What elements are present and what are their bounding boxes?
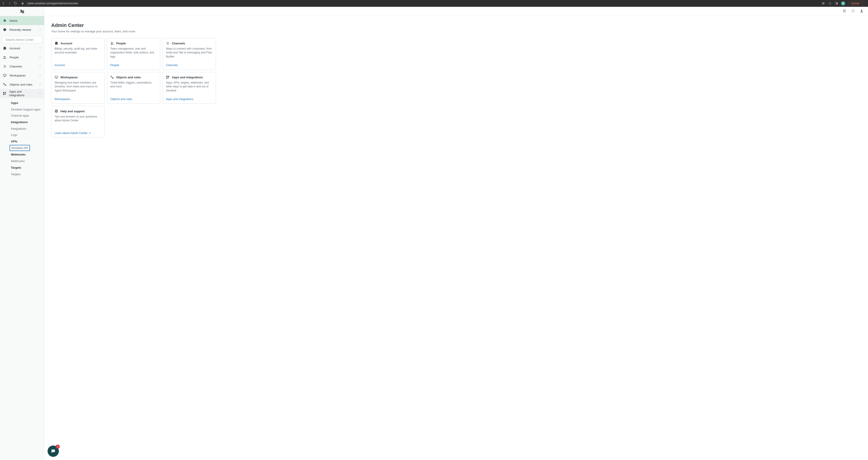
home-icon bbox=[3, 19, 7, 23]
card-objects-link[interactable]: Objects and rules bbox=[110, 98, 157, 101]
svg-point-18 bbox=[111, 42, 112, 43]
svg-rect-24 bbox=[168, 76, 169, 77]
page-subtitle: Your home for settings to manage your ac… bbox=[51, 30, 861, 33]
card-help: Help and support Tips and answers to you… bbox=[51, 106, 104, 137]
sub-item-zendesk-api[interactable]: Zendesk API bbox=[9, 145, 30, 151]
page-title: Admin Center bbox=[51, 23, 861, 28]
svg-point-19 bbox=[112, 42, 113, 43]
card-account-link[interactable]: Account bbox=[55, 64, 101, 67]
sub-heading-apps: Apps bbox=[11, 99, 44, 106]
main: Admin Center Your home for settings to m… bbox=[44, 7, 868, 460]
sidebar-nav-workspaces[interactable]: Workspaces bbox=[0, 71, 44, 80]
card-workspaces: Workspaces Managing how team members use… bbox=[51, 72, 104, 104]
apps-grid-icon[interactable] bbox=[843, 9, 846, 13]
building-icon bbox=[55, 41, 58, 45]
sub-item-webhooks[interactable]: Webhooks bbox=[11, 158, 44, 164]
chevron-down-icon bbox=[39, 47, 41, 50]
chat-widget[interactable]: 3 bbox=[48, 446, 59, 457]
chevron-down-icon bbox=[39, 56, 41, 59]
chevron-down-icon bbox=[39, 83, 41, 86]
people-icon bbox=[3, 55, 7, 59]
back-icon[interactable] bbox=[2, 2, 5, 5]
lock-icon bbox=[21, 2, 24, 5]
channels-icon bbox=[166, 41, 169, 45]
sub-heading-webhooks: Webhooks bbox=[11, 151, 44, 158]
profile-icon[interactable] bbox=[860, 9, 864, 13]
sidebar-nav-channels[interactable]: Channels bbox=[0, 62, 44, 71]
svg-rect-13 bbox=[845, 10, 845, 11]
svg-rect-10 bbox=[5, 92, 6, 93]
zendesk-logo[interactable] bbox=[0, 7, 44, 16]
browser-update-button[interactable]: Update⋮ bbox=[848, 1, 866, 6]
card-channels-link[interactable]: Channels bbox=[166, 64, 213, 67]
card-apps-link[interactable]: Apps and integrations bbox=[166, 98, 213, 101]
clock-icon bbox=[3, 28, 7, 32]
sidebar-nav-objects[interactable]: Objects and rules bbox=[0, 80, 44, 89]
send-icon[interactable] bbox=[822, 2, 825, 5]
card-channels: Channels Ways to connect with customers,… bbox=[162, 38, 216, 70]
monitor-icon bbox=[55, 75, 58, 79]
card-apps: Apps and integrations Apps, APIs, target… bbox=[162, 72, 216, 104]
panel-icon[interactable] bbox=[835, 2, 838, 5]
sidebar: Home Recently viewed Account People bbox=[0, 7, 44, 460]
reload-icon[interactable] bbox=[13, 2, 17, 5]
svg-rect-20 bbox=[55, 76, 58, 78]
address-bar-url[interactable]: zylker.zendesk.com/agent/admin/overview bbox=[27, 2, 78, 5]
card-help-link[interactable]: Learn about Admin Center bbox=[55, 131, 101, 135]
sidebar-recently-viewed[interactable]: Recently viewed bbox=[0, 25, 44, 34]
help-icon[interactable] bbox=[851, 9, 855, 13]
search-admin-center[interactable] bbox=[2, 36, 42, 43]
monitor-icon bbox=[3, 73, 7, 78]
svg-point-17 bbox=[861, 10, 862, 11]
objects-icon bbox=[3, 83, 7, 87]
sub-heading-targets: Targets bbox=[11, 164, 44, 171]
svg-rect-25 bbox=[166, 78, 167, 79]
card-people: People Team management, user and organiz… bbox=[107, 38, 160, 70]
external-link-icon bbox=[89, 132, 91, 134]
chat-icon bbox=[51, 449, 56, 454]
card-workspaces-link[interactable]: Workspaces bbox=[55, 98, 101, 101]
sidebar-nav-people[interactable]: People bbox=[0, 53, 44, 62]
svg-point-27 bbox=[56, 111, 57, 112]
chat-badge: 3 bbox=[56, 444, 60, 449]
svg-rect-14 bbox=[843, 11, 844, 12]
card-account: Account Billing, security, audit log, an… bbox=[51, 38, 104, 70]
svg-rect-9 bbox=[3, 92, 4, 93]
people-icon bbox=[110, 41, 114, 45]
lifebuoy-icon bbox=[55, 109, 58, 113]
objects-icon bbox=[110, 75, 114, 79]
sidebar-home-label: Home bbox=[9, 19, 18, 23]
sidebar-nav-apps[interactable]: Apps and integrations bbox=[0, 89, 44, 98]
card-people-link[interactable]: People bbox=[110, 64, 157, 67]
browser-profile-avatar[interactable]: V bbox=[841, 1, 845, 5]
search-input[interactable] bbox=[6, 38, 44, 41]
svg-rect-1 bbox=[837, 2, 838, 4]
sub-item-logs[interactable]: Logs bbox=[11, 132, 44, 138]
sidebar-recent-label: Recently viewed bbox=[9, 28, 31, 31]
svg-rect-6 bbox=[3, 74, 6, 76]
apps-icon bbox=[166, 75, 169, 79]
channels-icon bbox=[3, 64, 7, 68]
sidebar-nav-account[interactable]: Account bbox=[0, 44, 44, 53]
sub-item-channel-apps[interactable]: Channel apps bbox=[11, 113, 44, 119]
chevron-down-icon bbox=[39, 74, 41, 77]
svg-rect-11 bbox=[3, 94, 4, 95]
svg-rect-15 bbox=[845, 11, 845, 12]
sub-item-zendesk-support-apps[interactable]: Zendesk Support apps bbox=[11, 106, 44, 113]
chevron-down-icon bbox=[39, 65, 41, 68]
svg-point-5 bbox=[5, 56, 6, 57]
chevron-down-icon bbox=[39, 28, 41, 31]
star-icon[interactable] bbox=[828, 2, 832, 5]
sub-item-integrations[interactable]: Integrations bbox=[11, 126, 44, 132]
svg-rect-23 bbox=[166, 76, 167, 77]
topbar bbox=[44, 7, 868, 16]
apps-icon bbox=[3, 91, 6, 95]
sidebar-home[interactable]: Home bbox=[0, 16, 44, 25]
card-objects: Objects and rules Ticket fields, trigger… bbox=[107, 72, 160, 104]
forward-icon[interactable] bbox=[8, 2, 11, 5]
sub-heading-apis: APIs bbox=[11, 138, 44, 145]
svg-rect-12 bbox=[843, 10, 844, 11]
building-icon bbox=[3, 46, 7, 50]
sub-item-targets[interactable]: Targets bbox=[11, 171, 44, 177]
sub-heading-integrations: Integrations bbox=[11, 119, 44, 126]
